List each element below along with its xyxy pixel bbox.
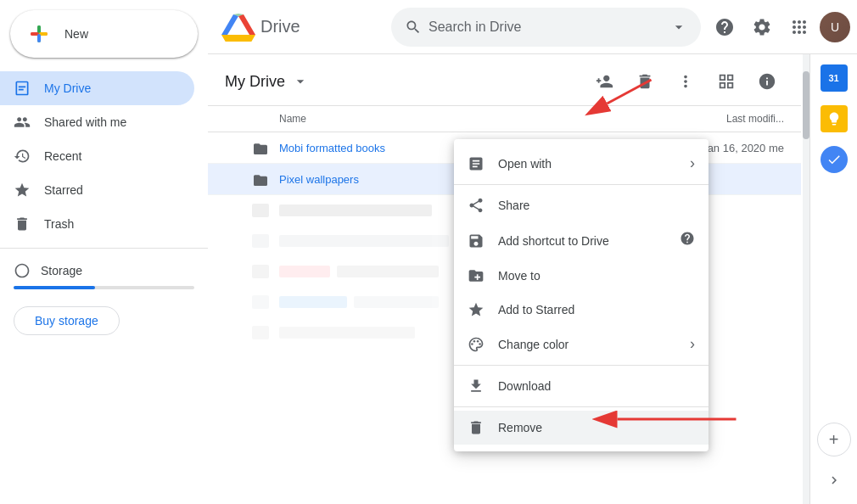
tasks-button[interactable] <box>817 143 851 176</box>
add-icon: + <box>829 430 839 450</box>
path-dropdown-icon[interactable] <box>292 73 309 90</box>
move-icon <box>468 267 485 284</box>
my-drive-icon <box>14 80 31 97</box>
drive-logo-icon <box>221 13 255 42</box>
download-icon <box>468 378 485 395</box>
more-options-button[interactable] <box>669 64 703 98</box>
new-button[interactable]: New <box>10 10 198 58</box>
color-arrow: › <box>690 335 695 353</box>
file-area: My Drive <box>208 54 857 504</box>
path-label: My Drive <box>225 73 285 91</box>
scrollbar[interactable] <box>803 54 809 504</box>
share-icon <box>468 197 485 214</box>
storage-section: Storage <box>0 255 208 296</box>
folder-icon <box>252 139 269 156</box>
svg-point-12 <box>471 343 473 345</box>
divider-3 <box>454 406 709 407</box>
context-menu: Open with › Share <box>454 139 709 451</box>
remove-label: Remove <box>498 421 695 434</box>
sidebar-divider <box>0 248 208 249</box>
right-panel: 31 <box>809 54 857 504</box>
context-menu-item-download[interactable]: Download <box>454 369 709 403</box>
storage-bar <box>14 286 194 289</box>
svg-point-13 <box>473 340 476 343</box>
breadcrumb: My Drive <box>225 73 309 91</box>
move-label: Move to <box>498 269 695 283</box>
context-menu-item-remove[interactable]: Remove <box>454 411 709 445</box>
starred-icon <box>14 182 31 199</box>
shortcut-icon <box>468 232 485 249</box>
share-label: Share <box>498 199 695 212</box>
calendar-button[interactable]: 31 <box>817 61 851 95</box>
apps-button[interactable] <box>782 10 816 44</box>
download-label: Download <box>498 379 695 393</box>
sidebar-item-my-drive[interactable]: My Drive <box>0 71 194 105</box>
context-menu-item-move[interactable]: Move to <box>454 259 709 293</box>
trash-icon <box>14 216 31 232</box>
info-button[interactable] <box>750 64 784 98</box>
sidebar-label-shared: Shared with me <box>44 115 126 129</box>
starred-add-label: Add to Starred <box>498 303 695 316</box>
context-menu-item-share[interactable]: Share <box>454 188 709 222</box>
context-menu-item-open-with[interactable]: Open with › <box>454 146 709 181</box>
add-panel-button[interactable]: + <box>817 423 851 456</box>
sidebar-item-trash[interactable]: Trash <box>0 207 194 241</box>
shortcut-label: Add shortcut to Drive <box>498 234 666 248</box>
settings-button[interactable] <box>745 10 779 44</box>
divider-2 <box>454 365 709 366</box>
context-menu-item-starred[interactable]: Add to Starred <box>454 293 709 327</box>
search-placeholder: Search in Drive <box>428 20 664 35</box>
storage-bar-fill <box>14 286 95 289</box>
top-bar: Drive Search in Drive <box>208 0 857 54</box>
search-icon <box>405 19 422 36</box>
user-avatar[interactable]: U <box>820 12 850 42</box>
grid-view-button[interactable] <box>709 64 743 98</box>
color-icon <box>468 336 485 353</box>
app-title: Drive <box>260 17 300 36</box>
expand-panel-button[interactable] <box>817 463 851 497</box>
col-name: Name <box>279 113 614 125</box>
svg-marker-9 <box>238 14 255 35</box>
open-with-label: Open with <box>498 157 676 171</box>
divider-1 <box>454 184 709 185</box>
scrollbar-thumb[interactable] <box>803 71 809 139</box>
col-modified: Last modifi... <box>614 113 784 125</box>
open-with-arrow: › <box>690 154 695 172</box>
center-area: Drive Search in Drive <box>208 0 857 504</box>
svg-point-14 <box>477 340 479 343</box>
starred-add-icon <box>468 301 485 318</box>
sidebar-item-starred[interactable]: Starred <box>0 173 194 207</box>
svg-marker-10 <box>221 35 255 42</box>
shared-icon <box>14 114 31 131</box>
context-menu-item-shortcut[interactable]: Add shortcut to Drive <box>454 222 709 259</box>
shortcut-help-icon <box>680 231 695 250</box>
open-with-icon <box>468 155 485 172</box>
file-toolbar <box>587 64 784 98</box>
notes-button[interactable] <box>817 102 851 136</box>
context-menu-item-color[interactable]: Change color › <box>454 327 709 361</box>
file-content-header: My Drive <box>208 54 801 106</box>
folder-icon <box>252 171 269 188</box>
help-button[interactable] <box>708 10 742 44</box>
search-dropdown-icon[interactable] <box>670 19 687 36</box>
sidebar-label-trash: Trash <box>44 217 74 231</box>
page-wrapper: New My Drive Shared with me <box>0 0 857 504</box>
left-sidebar: New My Drive Shared with me <box>0 0 208 504</box>
search-bar[interactable]: Search in Drive <box>391 8 701 47</box>
storage-icon <box>14 262 31 279</box>
sidebar-label-my-drive: My Drive <box>44 81 91 95</box>
sidebar-item-shared[interactable]: Shared with me <box>0 105 194 139</box>
svg-rect-6 <box>37 34 41 42</box>
new-button-label: New <box>64 27 88 41</box>
sidebar-label-starred: Starred <box>44 183 83 197</box>
buy-storage-button[interactable]: Buy storage <box>14 306 120 335</box>
storage-label: Storage <box>41 264 82 277</box>
sidebar-label-recent: Recent <box>44 149 81 163</box>
sidebar-item-recent[interactable]: Recent <box>0 139 194 173</box>
delete-button[interactable] <box>628 64 662 98</box>
drive-logo: Drive <box>215 13 384 42</box>
svg-point-15 <box>479 343 481 345</box>
remove-icon <box>468 419 485 436</box>
recent-icon <box>14 148 31 165</box>
add-person-button[interactable] <box>587 64 621 98</box>
